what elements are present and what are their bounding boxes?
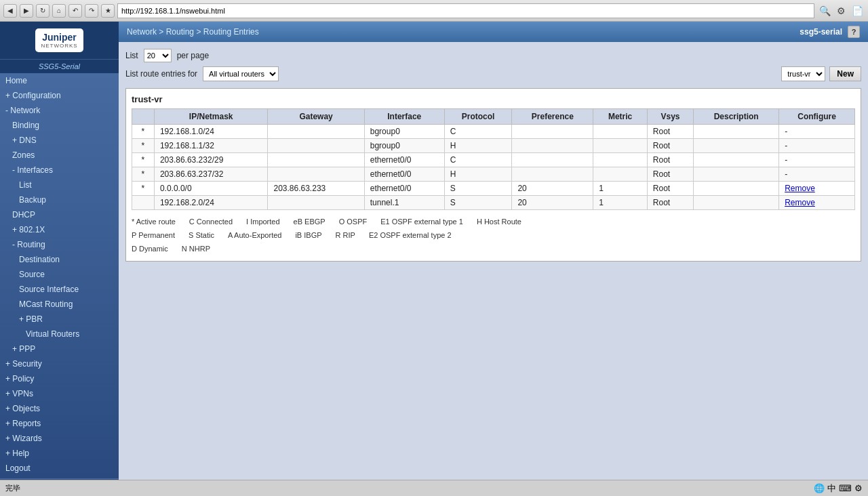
table-container: trust-vr IP/NetmaskGatewayInterfaceProto…	[125, 88, 861, 262]
address-bar[interactable]	[117, 3, 814, 18]
table-cell: Root	[647, 167, 693, 182]
content-area: List 20 50 100 per page List route entri…	[119, 42, 868, 480]
table-cell: 192.168.1.1/32	[154, 139, 268, 153]
new-button[interactable]: New	[829, 66, 861, 81]
bookmark-btn[interactable]: ★	[101, 4, 115, 18]
table-cell	[268, 139, 364, 153]
nav-item-logout[interactable]: Logout	[0, 461, 119, 476]
nav-item-source[interactable]: Source	[0, 267, 119, 282]
nav-item-destination[interactable]: Destination	[0, 252, 119, 267]
nav-item-help[interactable]: + Help	[0, 446, 119, 461]
vr-dropdown[interactable]: trust-vr	[781, 66, 825, 81]
legend-entry: I Imported	[246, 215, 280, 229]
nav-item-objects[interactable]: + Objects	[0, 401, 119, 416]
table-title: trust-vr	[132, 94, 855, 104]
table-row: *203.86.63.232/29ethernet0/0CRoot-	[132, 153, 855, 167]
table-cell: ethernet0/0	[364, 167, 444, 182]
table-cell: Root	[647, 182, 693, 196]
table-row: *203.86.63.237/32ethernet0/0HRoot-	[132, 167, 855, 182]
table-header: IP/NetmaskGatewayInterfaceProtocolPrefer…	[132, 109, 855, 125]
table-cell: 1	[593, 196, 647, 210]
reload-btn[interactable]: ↻	[36, 4, 50, 18]
nav-item-security[interactable]: + Security	[0, 356, 119, 371]
help-button[interactable]: ?	[848, 26, 860, 38]
configure-dash: -	[779, 167, 855, 182]
table-cell	[694, 196, 779, 210]
nav-item-source-interface[interactable]: Source Interface	[0, 282, 119, 297]
table-cell: Root	[647, 196, 693, 210]
globe-icon: 🌐	[814, 483, 825, 493]
table-cell: Root	[647, 153, 693, 167]
device-id: ssg5-serial	[800, 27, 842, 37]
list-route-label: List route entries for	[125, 69, 197, 79]
table-cell	[512, 125, 593, 139]
home-btn[interactable]: ⌂	[52, 4, 66, 18]
status-icons: 🌐 中 ⌨ ⚙	[814, 482, 863, 495]
nav-item-dhcp[interactable]: DHCP	[0, 207, 119, 222]
nav-item-reports[interactable]: + Reports	[0, 416, 119, 431]
forward-btn[interactable]: ▶	[20, 4, 33, 18]
table-cell	[593, 167, 647, 182]
table-row: 192.168.2.0/24tunnel.1S201RootRemove	[132, 196, 855, 210]
nav-item-binding[interactable]: Binding	[0, 118, 119, 133]
undo-btn[interactable]: ↶	[68, 4, 82, 18]
legend-entry: iB IBGP	[295, 229, 321, 243]
nav-item-interfaces[interactable]: - Interfaces	[0, 163, 119, 178]
table-row: *192.168.1.0/24bgroup0CRoot-	[132, 125, 855, 139]
status-text: 完毕	[5, 483, 20, 493]
legend-entry: * Active route	[132, 215, 176, 229]
table-cell: 1	[593, 182, 647, 196]
remove-link[interactable]: Remove	[779, 196, 855, 210]
remove-link[interactable]: Remove	[779, 182, 855, 196]
nav-item-zones[interactable]: Zones	[0, 148, 119, 163]
breadcrumb: Network > Routing > Routing Entries	[127, 27, 259, 37]
nav-item-dns[interactable]: + DNS	[0, 133, 119, 148]
nav-item-ppp[interactable]: + PPP	[0, 342, 119, 356]
logo-sub: NETWORKS	[41, 43, 77, 49]
nav-item-home[interactable]: Home	[0, 73, 119, 88]
nav-item-policy[interactable]: + Policy	[0, 371, 119, 386]
virtual-router-select[interactable]: All virtual routers	[203, 66, 279, 81]
nav-item-configuration[interactable]: + Configuration	[0, 88, 119, 103]
table-cell	[268, 196, 364, 210]
table-cell: 203.86.63.233	[268, 182, 364, 196]
back-btn[interactable]: ◀	[3, 4, 17, 18]
per-page-label: per page	[177, 51, 209, 60]
table-row: *192.168.1.1/32bgroup0HRoot-	[132, 139, 855, 153]
nav-item-routing[interactable]: - Routing	[0, 237, 119, 252]
search-icon[interactable]: 🔍	[817, 3, 832, 18]
nav-item-virtual-routers[interactable]: Virtual Routers	[0, 327, 119, 342]
col-protocol: Protocol	[444, 109, 512, 125]
legend-row-3: D DynamicN NHRP	[132, 243, 855, 256]
table-cell	[694, 167, 779, 182]
table-cell: *	[132, 139, 155, 153]
legend-row-1: * Active routeC ConnectedI ImportedeB EB…	[132, 215, 855, 229]
nav-item-backup[interactable]: Backup	[0, 192, 119, 207]
table-cell	[593, 125, 647, 139]
col-interface: Interface	[364, 109, 444, 125]
nav-item-mcast-routing[interactable]: MCast Routing	[0, 297, 119, 312]
table-body: *192.168.1.0/24bgroup0CRoot-*192.168.1.1…	[132, 125, 855, 210]
nav-item-pbr[interactable]: + PBR	[0, 312, 119, 327]
legend-entry: E2 OSPF external type 2	[369, 229, 452, 243]
table-cell	[694, 139, 779, 153]
table-cell: 20	[512, 182, 593, 196]
table-cell: S	[444, 196, 512, 210]
per-page-select[interactable]: 20 50 100	[144, 49, 172, 62]
nav-item-802.1x[interactable]: + 802.1X	[0, 222, 119, 237]
remove-link[interactable]: Remove	[785, 198, 815, 207]
nav-item-list[interactable]: List	[0, 178, 119, 192]
redo-btn[interactable]: ↷	[85, 4, 98, 18]
nav-item-network[interactable]: - Network	[0, 103, 119, 118]
remove-link[interactable]: Remove	[785, 184, 815, 193]
table-cell: Root	[647, 139, 693, 153]
legend-entry: O OSPF	[339, 215, 368, 229]
nav-item-wizards[interactable]: + Wizards	[0, 431, 119, 446]
table-cell: S	[444, 182, 512, 196]
settings-icon[interactable]: ⚙	[833, 3, 848, 18]
extensions-icon[interactable]: 📄	[850, 3, 865, 18]
nav-item-vpns[interactable]: + VPNs	[0, 386, 119, 401]
table-cell: tunnel.1	[364, 196, 444, 210]
routing-table: IP/NetmaskGatewayInterfaceProtocolPrefer…	[132, 108, 855, 210]
top-bar: Network > Routing > Routing Entries ssg5…	[119, 22, 868, 42]
